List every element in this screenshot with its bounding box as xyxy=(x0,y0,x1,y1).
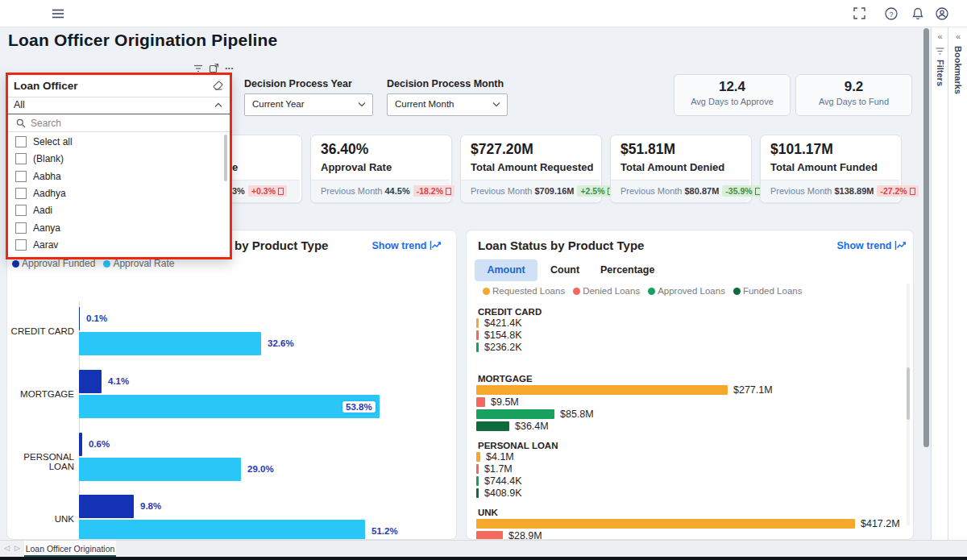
chart-legend: Requested LoansDenied LoansApproved Loan… xyxy=(483,286,802,296)
slicer-item-label: Aadi xyxy=(33,205,52,216)
slicer-item-aadi[interactable]: Aadi xyxy=(8,203,224,219)
checkbox[interactable] xyxy=(15,205,27,216)
slicer-dropdown-toggle[interactable]: All xyxy=(8,97,230,114)
bar-denied-loans[interactable] xyxy=(476,531,503,540)
kpi-card-total-denied: $51.81M Total Amount Denied Previous Mon… xyxy=(610,135,752,203)
chart-scrollbar-thumb[interactable] xyxy=(907,367,910,420)
chevron-down-icon xyxy=(358,102,366,107)
month-filter-select[interactable]: Current Month xyxy=(387,93,508,116)
focus-mode-icon[interactable] xyxy=(209,63,219,73)
legend-dot xyxy=(483,288,490,295)
hamburger-menu-icon[interactable] xyxy=(51,6,65,21)
year-filter-select[interactable]: Current Year xyxy=(244,93,373,116)
slicer-item-select-all[interactable]: Select all xyxy=(8,135,224,151)
checkbox[interactable] xyxy=(15,136,27,147)
bar-value-label: $4.1M xyxy=(486,451,514,463)
legend-dot xyxy=(12,260,19,268)
filters-rail: « Filters xyxy=(931,27,948,540)
bar-approved-loans[interactable] xyxy=(476,476,479,486)
tab-percentage[interactable]: Percentage xyxy=(600,264,654,276)
slicer-search-row[interactable]: Search xyxy=(8,115,230,132)
slicer-item-label: Aarav xyxy=(33,239,58,251)
bar-approval-rate[interactable] xyxy=(79,332,261,355)
bar-value-label: 4.1% xyxy=(108,376,129,386)
slicer-item-label: (Blank) xyxy=(33,153,64,164)
tab-amount[interactable]: Amount xyxy=(475,259,537,281)
fullscreen-icon[interactable] xyxy=(853,6,867,21)
slicer-item-aarav[interactable]: Aarav xyxy=(8,238,224,254)
filters-rail-label[interactable]: Filters xyxy=(936,60,945,86)
bar-requested-loans[interactable] xyxy=(476,519,855,529)
page-scrollbar[interactable] xyxy=(923,27,929,540)
bar-value-label: 53.8% xyxy=(342,401,376,413)
prev-page-arrow[interactable]: ◁ xyxy=(4,544,10,552)
more-options-icon[interactable]: ... xyxy=(225,60,234,72)
month-filter-label: Decision Process Month xyxy=(387,78,504,89)
bar-approval-rate[interactable] xyxy=(79,458,241,481)
bookmarks-rail: « Bookmarks xyxy=(948,27,967,540)
tab-count[interactable]: Count xyxy=(550,264,579,276)
clear-selections-eraser-icon[interactable] xyxy=(213,81,223,91)
svg-text:?: ? xyxy=(889,10,893,19)
kpi-footer: Previous Month $80.87M-35.9% xyxy=(611,180,749,202)
checkbox[interactable] xyxy=(15,239,27,251)
slicer-filter-icon[interactable] xyxy=(193,64,203,73)
page-tab-loan-officer-origination[interactable]: Loan Officer Origination xyxy=(24,541,116,558)
bookmarks-rail-label[interactable]: Bookmarks xyxy=(953,46,963,94)
slicer-option-list: Select all(Blank)AabhaAadhyaAadiAanyaAar… xyxy=(8,133,230,255)
bar-approval-rate[interactable] xyxy=(79,520,365,540)
kpi-title: Total Amount Denied xyxy=(620,161,724,173)
app-bottom-edge xyxy=(0,557,967,560)
next-page-arrow[interactable]: ▷ xyxy=(15,544,20,552)
chevron-up-icon xyxy=(214,102,222,108)
checkbox[interactable] xyxy=(15,188,27,199)
page-scrollbar-thumb[interactable] xyxy=(923,28,929,447)
account-icon[interactable] xyxy=(935,6,949,21)
bar-approved-loans[interactable] xyxy=(476,409,554,419)
kpi-prev-fragment: 3% xyxy=(232,186,245,196)
legend-label: Requested Loans xyxy=(492,286,565,296)
expand-bookmarks-chevron-icon[interactable]: « xyxy=(948,31,967,41)
bar-denied-loans[interactable] xyxy=(476,330,479,340)
show-trend-link[interactable]: Show trend xyxy=(371,240,442,251)
chart-title: Loan Status by Product Type xyxy=(478,239,644,252)
bar-funded-loans[interactable] xyxy=(476,488,479,498)
help-icon[interactable]: ? xyxy=(884,6,899,21)
expand-filters-chevron-icon[interactable]: « xyxy=(932,31,948,41)
legend-dot xyxy=(648,288,655,295)
bar-approval-funded[interactable] xyxy=(79,307,80,330)
bar-approval-funded[interactable] xyxy=(79,370,102,393)
bar-approval-funded[interactable] xyxy=(79,495,134,518)
slicer-item-aabha[interactable]: Aabha xyxy=(8,169,224,185)
checkbox[interactable] xyxy=(15,171,27,182)
slicer-item--blank-[interactable]: (Blank) xyxy=(8,151,224,168)
checkbox[interactable] xyxy=(15,153,27,164)
legend-label: Approval Funded xyxy=(22,258,95,269)
bar-approval-rate[interactable] xyxy=(79,395,380,418)
bar-requested-loans[interactable] xyxy=(476,318,479,328)
year-filter-label: Decision Process Year xyxy=(244,78,352,89)
report-page-tab-bar: ◁ ▷ Loan Officer Origination xyxy=(0,540,967,558)
slicer-item-label: Aabha xyxy=(33,171,61,182)
bar-requested-loans[interactable] xyxy=(476,452,480,462)
slicer-item-aanya[interactable]: Aanya xyxy=(8,221,224,237)
bar-approval-funded[interactable] xyxy=(79,433,82,456)
show-trend-link[interactable]: Show trend xyxy=(836,240,907,251)
checkbox[interactable] xyxy=(15,222,27,234)
search-input-placeholder[interactable]: Search xyxy=(31,118,61,129)
bar-denied-loans[interactable] xyxy=(476,464,479,474)
legend-dot xyxy=(103,260,110,268)
bar-value-label: $417.2M xyxy=(861,518,900,529)
notifications-bell-icon[interactable] xyxy=(911,6,925,21)
bar-value-label: $36.4M xyxy=(515,421,549,432)
bar-funded-loans[interactable] xyxy=(476,421,509,431)
bar-value-label: 0.1% xyxy=(86,313,107,323)
bar-value-label: $277.1M xyxy=(733,384,773,396)
bar-denied-loans[interactable] xyxy=(476,397,485,407)
slicer-item-label: Aadhya xyxy=(33,188,66,199)
bar-requested-loans[interactable] xyxy=(476,385,728,395)
slicer-list-scrollbar[interactable] xyxy=(224,135,227,181)
slicer-item-aadhya[interactable]: Aadhya xyxy=(8,186,224,202)
bar-approved-loans[interactable] xyxy=(476,342,479,352)
delta-box-icon xyxy=(446,188,451,195)
